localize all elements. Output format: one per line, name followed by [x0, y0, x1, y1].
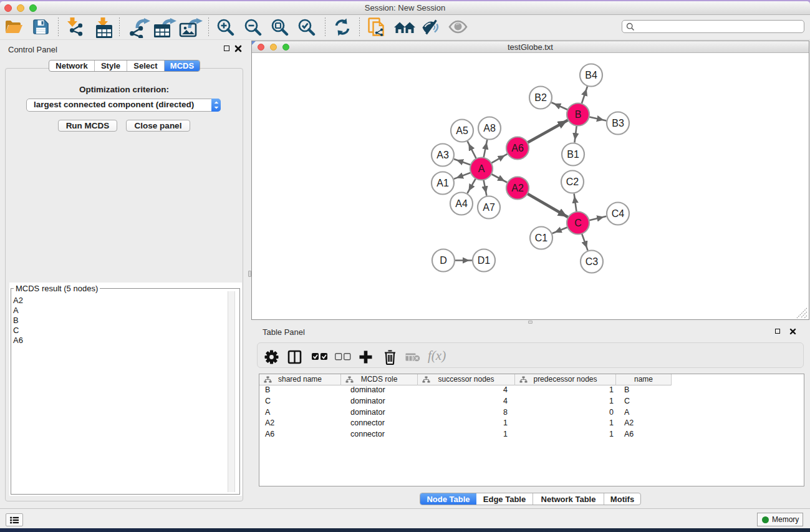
svg-text:C3: C3 — [586, 256, 599, 267]
svg-text:B4: B4 — [585, 70, 597, 80]
svg-text:A2: A2 — [511, 183, 524, 193]
svg-text:A: A — [478, 163, 485, 174]
svg-text:B: B — [575, 109, 582, 120]
svg-text:C: C — [574, 218, 582, 228]
svg-text:A8: A8 — [483, 123, 496, 133]
svg-text:B2: B2 — [534, 92, 547, 103]
svg-text:A5: A5 — [456, 125, 468, 136]
svg-text:A6: A6 — [511, 143, 524, 153]
svg-text:C1: C1 — [535, 233, 548, 243]
svg-text:B3: B3 — [612, 118, 624, 128]
svg-text:C2: C2 — [566, 177, 579, 187]
svg-text:A4: A4 — [455, 198, 468, 209]
svg-text:A3: A3 — [436, 150, 449, 160]
svg-text:D: D — [440, 255, 447, 266]
svg-text:C4: C4 — [612, 208, 625, 219]
svg-text:B1: B1 — [567, 149, 579, 160]
svg-text:D1: D1 — [478, 255, 491, 266]
svg-text:A1: A1 — [436, 178, 449, 188]
svg-text:A7: A7 — [483, 202, 495, 213]
